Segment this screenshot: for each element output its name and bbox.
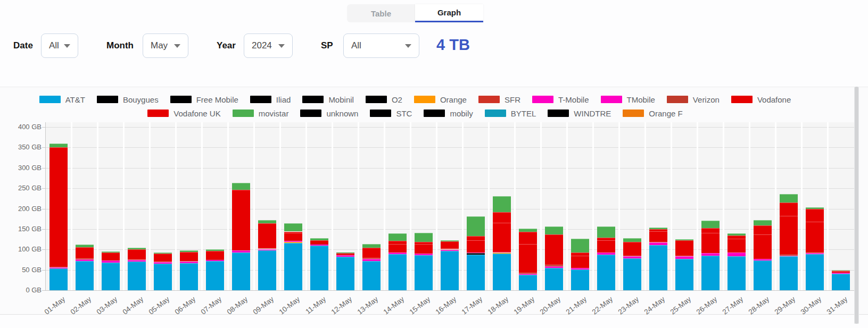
bar-segment-tmobile[interactable] — [102, 260, 120, 263]
bar-segment-sfr[interactable] — [76, 258, 94, 259]
bar-segment-tmobile[interactable] — [519, 274, 537, 275]
bar-segment-att[interactable] — [258, 250, 276, 290]
bar-segment-tmobile[interactable] — [597, 253, 615, 255]
bar-segment-vodafone[interactable] — [649, 231, 667, 241]
bar-segment-vodafone[interactable] — [493, 223, 511, 252]
bar-segment-tmobile[interactable] — [441, 250, 459, 251]
legend-item-movistar[interactable]: movistar — [233, 109, 289, 118]
legend-item-verizon[interactable]: Verizon — [667, 95, 720, 104]
bar-segment-att[interactable] — [832, 274, 850, 290]
bar-segment-vodafoneuk[interactable] — [728, 236, 746, 238]
bar-segment-att[interactable] — [128, 262, 146, 290]
bar-27-May[interactable] — [728, 122, 746, 290]
bar-segment-movistar[interactable] — [571, 239, 589, 252]
bar-segment-vodafone[interactable] — [780, 216, 798, 255]
bar-segment-vodafoneuk[interactable] — [597, 238, 615, 240]
bar-segment-vodafoneuk[interactable] — [649, 229, 667, 232]
bar-segment-vodafone[interactable] — [154, 254, 172, 262]
bar-segment-movistar[interactable] — [623, 238, 641, 242]
bar-segment-att[interactable] — [545, 268, 563, 290]
bar-segment-att[interactable] — [597, 255, 615, 290]
bar-segment-vodafone[interactable] — [806, 222, 824, 253]
bar-segment-tmobile[interactable] — [780, 256, 798, 257]
bar-segment-tmobile[interactable] — [675, 256, 693, 259]
bar-segment-movistar[interactable] — [467, 216, 485, 236]
bar-segment-att[interactable] — [571, 270, 589, 290]
bar-segment-tmobile[interactable] — [336, 255, 354, 257]
legend-item-vodafone[interactable]: Vodafone — [731, 95, 791, 104]
bar-segment-movistar[interactable] — [597, 226, 615, 238]
bar-11-May[interactable] — [310, 122, 328, 290]
bar-segment-vodafone[interactable] — [258, 223, 276, 248]
chart-vertical-scrollbar[interactable] — [854, 87, 859, 324]
bar-15-May[interactable] — [415, 122, 433, 290]
bar-31-May[interactable] — [832, 122, 850, 290]
bar-segment-movistar[interactable] — [806, 207, 824, 209]
bar-segment-tmobile[interactable] — [362, 259, 381, 261]
bar-segment-vodafone[interactable] — [754, 234, 772, 259]
bar-10-May[interactable] — [284, 122, 302, 290]
legend-item-mobinil[interactable]: Mobinil — [302, 95, 354, 104]
legend-item-bouygues[interactable]: Bouygues — [97, 95, 159, 104]
bar-segment-vodafoneuk[interactable] — [388, 241, 407, 243]
bar-segment-sfr[interactable] — [206, 259, 224, 260]
bar-segment-vodafone[interactable] — [310, 240, 328, 243]
bar-segment-verizon[interactable] — [780, 255, 798, 256]
bar-22-May[interactable] — [597, 122, 615, 290]
bar-segment-vodafone[interactable] — [571, 256, 589, 268]
bar-segment-verizon[interactable] — [336, 253, 354, 254]
bar-13-May[interactable] — [362, 122, 381, 290]
bar-segment-tmobile[interactable] — [284, 241, 302, 242]
bar-segment-att[interactable] — [310, 246, 328, 290]
bar-segment-att[interactable] — [701, 256, 720, 290]
bar-segment-vodafone[interactable] — [545, 234, 563, 265]
legend-item-stc[interactable]: STC — [370, 109, 412, 118]
bar-25-May[interactable] — [675, 122, 693, 290]
bar-segment-tmobile[interactable] — [467, 253, 485, 254]
bar-segment-att[interactable] — [728, 256, 746, 290]
bar-segment-att[interactable] — [180, 263, 198, 290]
bar-19-May[interactable] — [519, 122, 537, 290]
bar-segment-movistar[interactable] — [675, 239, 693, 240]
bar-segment-att[interactable] — [284, 243, 302, 290]
legend-item-sfr[interactable]: SFR — [478, 95, 520, 104]
bar-segment-vodafoneuk[interactable] — [415, 242, 433, 245]
bar-segment-tmobile[interactable] — [258, 249, 276, 250]
bar-segment-att[interactable] — [806, 254, 824, 290]
legend-item-freemobile[interactable]: Free Mobile — [170, 95, 238, 104]
bar-segment-att[interactable] — [336, 257, 354, 290]
bar-segment-vodafone[interactable] — [388, 244, 407, 253]
bar-segment-tmobile[interactable] — [128, 260, 146, 261]
bar-segment-vodafoneuk[interactable] — [519, 232, 537, 244]
bar-segment-vodafone[interactable] — [180, 252, 198, 261]
bar-04-May[interactable] — [128, 122, 146, 290]
bar-segment-att[interactable] — [649, 245, 667, 290]
bar-segment-vodafone[interactable] — [336, 254, 354, 255]
bar-segment-movistar[interactable] — [49, 144, 68, 148]
bar-segment-sfr[interactable] — [128, 259, 146, 260]
bar-segment-tmobile[interactable] — [388, 253, 407, 254]
bar-segment-vodafone[interactable] — [519, 244, 537, 273]
bar-segment-sfr[interactable] — [154, 262, 172, 262]
bar-segment-verizon[interactable] — [441, 249, 459, 250]
bar-segment-vodafone[interactable] — [467, 240, 485, 253]
bar-segment-movistar[interactable] — [441, 240, 459, 241]
tab-graph[interactable]: Graph — [415, 4, 483, 22]
bar-segment-tmobile[interactable] — [415, 254, 433, 255]
bar-12-May[interactable] — [336, 122, 354, 290]
bar-segment-att[interactable] — [493, 254, 511, 290]
tab-table[interactable]: Table — [347, 4, 415, 22]
bar-segment-att[interactable] — [388, 254, 407, 290]
bar-segment-vodafone[interactable] — [49, 147, 68, 266]
bar-segment-movistar[interactable] — [258, 220, 276, 223]
bar-segment-movistar[interactable] — [154, 253, 172, 254]
bar-segment-tmobile[interactable] — [493, 252, 511, 253]
bar-segment-tmobile[interactable] — [623, 256, 641, 259]
bar-06-May[interactable] — [180, 122, 198, 290]
bar-segment-tmobile[interactable] — [701, 253, 720, 256]
bar-segment-att[interactable] — [206, 261, 224, 290]
bar-segment-verizon[interactable] — [623, 256, 641, 256]
bar-segment-att[interactable] — [519, 275, 537, 290]
legend-item-mobily[interactable]: mobily — [424, 109, 473, 118]
bar-segment-movistar[interactable] — [76, 245, 94, 247]
